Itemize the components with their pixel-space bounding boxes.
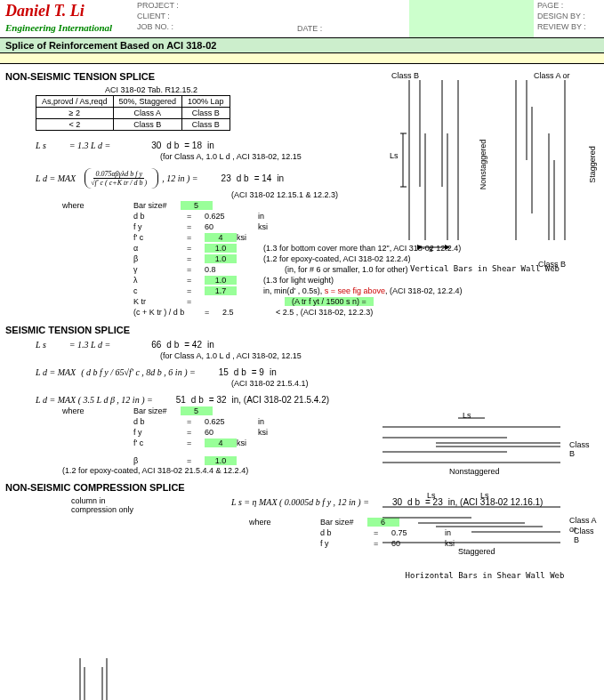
section2-title: SEISMIC TENSION SPLICE: [0, 318, 604, 339]
company-subtitle: Engineering International: [0, 22, 133, 33]
td: Class B: [113, 119, 182, 131]
date-label: DATE :: [294, 23, 409, 34]
barsize2-input[interactable]: 5: [181, 406, 213, 415]
table1-caption: ACI 318-02 Tab. R12.15.2: [36, 85, 267, 94]
td: Class B: [182, 119, 230, 131]
td: Class B: [182, 108, 230, 119]
company-name: Daniel T. Li: [0, 0, 133, 22]
alpha-input[interactable]: 1.0: [205, 244, 237, 253]
calc-ld-seismic1: L d = MAX ( d b f y / 65√f' c , 8d b , 6…: [36, 366, 604, 378]
beta-input[interactable]: 1.0: [205, 254, 237, 263]
staggered2-label: Staggered: [458, 547, 495, 556]
th1: As,provd / As,reqd: [36, 96, 114, 108]
calc4-note: (ACI 318-02 21.5.4.1): [231, 378, 604, 389]
designby-label: DESIGN BY :: [534, 11, 604, 21]
calc-ls-seismic: L s = 1.3 L d = 66 d b = 42 in: [36, 339, 604, 350]
nonstaggered2-label: Nonstaggered: [449, 467, 500, 476]
classb2-label: Class B: [569, 440, 596, 458]
lambda-input[interactable]: 1.0: [205, 276, 237, 285]
reviewby-label: REVIEW BY :: [534, 21, 604, 32]
jobno-label: JOB NO. :: [133, 21, 294, 32]
header: Daniel T. Li Engineering International P…: [0, 0, 604, 37]
calc-ld-seismic2: L d = MAX ( 3.5 L d β , 12 in ) = 51 d b…: [36, 394, 604, 406]
horizontal-bars-diagram: Ls Class B Nonstaggered Class A or Class…: [374, 409, 596, 580]
barsize-input[interactable]: 5: [181, 201, 213, 210]
ktr-input[interactable]: (A tr f yt / 1500 s n) =: [285, 297, 374, 306]
classb-label: Class B: [391, 71, 419, 80]
staggered-label: Staggered: [588, 146, 597, 183]
fc-input[interactable]: 4: [205, 233, 237, 242]
classa4-label: Class B: [574, 527, 596, 544]
column-diagram: [71, 658, 125, 700]
c-input[interactable]: 1.7: [205, 286, 237, 295]
classa2-label: Class B: [538, 260, 566, 269]
ls2-label: Ls: [463, 411, 471, 420]
s-label: s: [429, 245, 433, 253]
ls3-label: Ls: [427, 491, 436, 500]
ls4-label: Ls: [480, 491, 489, 500]
td: ≥ 2: [36, 108, 114, 119]
ls-label: Ls: [390, 151, 399, 160]
splice-class-table: As,provd / As,reqd50%, Staggered100% Lap…: [36, 95, 230, 131]
nonstaggered-label: Nonstaggered: [479, 140, 487, 190]
fc2-input[interactable]: 4: [205, 439, 237, 447]
page-label: PAGE :: [534, 0, 604, 11]
beta2-input[interactable]: 1.0: [205, 456, 237, 465]
td: < 2: [36, 119, 114, 131]
calc3-note: (for Class A, 1.0 L d , ACI 318-02, 12.1…: [160, 350, 604, 361]
client-label: CLIENT :: [133, 11, 294, 21]
diagram2-caption: Horizontal Bars in Shear Wall Web: [374, 571, 596, 580]
project-label: PROJECT :: [133, 0, 294, 11]
doc-title: Splice of Reinforcement Based on ACI 318…: [0, 37, 604, 53]
classa-label: Class A or: [534, 71, 570, 80]
yellow-strip: [0, 53, 604, 64]
vertical-bars-diagram: Class B Class A or Class B Nonstaggered …: [374, 71, 596, 273]
td: Class A: [113, 108, 182, 119]
th2: 50%, Staggered: [113, 96, 182, 108]
page: Daniel T. Li Engineering International P…: [0, 0, 604, 700]
th3: 100% Lap: [182, 96, 230, 108]
